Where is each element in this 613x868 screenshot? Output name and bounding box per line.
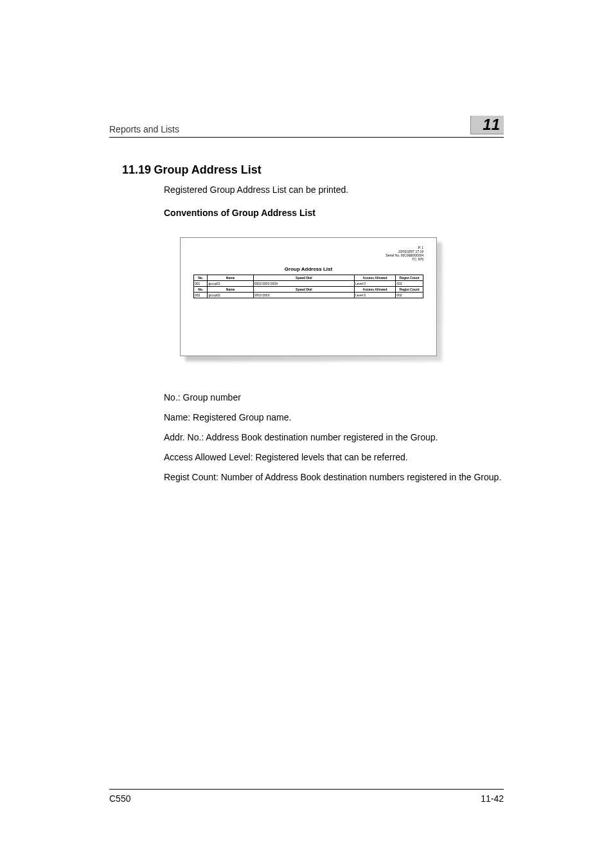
cell-speed: 0002 0003 0004 xyxy=(253,281,354,287)
body: Registered Group Address List can be pri… xyxy=(164,185,504,218)
col-access: Access Allowed xyxy=(354,275,395,281)
footer-right: 11-42 xyxy=(481,793,504,804)
cell-name: group02 xyxy=(208,293,253,298)
col-name: Name xyxy=(208,287,253,293)
definition-regist: Regist Count: Number of Address Book des… xyxy=(164,471,504,484)
cell-no: 001 xyxy=(194,281,208,287)
figure-container: P. 1 23/02/2007 17:19 Serial No. 00C0EE0… xyxy=(180,237,443,356)
page: Reports and Lists 11 11.19 Group Address… xyxy=(0,0,613,868)
table-header-row: No. Name Speed Dial Access Allowed Regis… xyxy=(194,287,423,293)
section-title: Group Address List xyxy=(154,163,262,176)
col-name: Name xyxy=(208,275,253,281)
figure-title: Group Address List xyxy=(193,266,423,272)
definitions-block: No.: Group number Name: Registered Group… xyxy=(164,392,504,483)
footer-left: C550 xyxy=(109,793,130,804)
report-table: No. Name Speed Dial Access Allowed Regis… xyxy=(193,275,423,298)
cell-access: Level 0 xyxy=(354,293,395,298)
definition-access: Access Allowed Level: Registered levels … xyxy=(164,451,504,464)
cell-access: Level 0 xyxy=(354,281,395,287)
table-row: 001 group01 0002 0003 0004 Level 0 003 xyxy=(194,281,423,287)
page-header: Reports and Lists 11 xyxy=(109,116,504,138)
definition-addrno: Addr. No.: Address Book destination numb… xyxy=(164,431,504,444)
col-access: Access Allowed xyxy=(354,287,395,293)
col-speed: Speed Dial xyxy=(253,275,354,281)
figure-meta: P. 1 23/02/2007 17:19 Serial No. 00C0EE0… xyxy=(193,246,423,261)
sample-report-figure: P. 1 23/02/2007 17:19 Serial No. 00C0EE0… xyxy=(180,237,437,356)
col-speed: Speed Dial xyxy=(253,287,354,293)
page-footer: C550 11-42 xyxy=(109,789,504,804)
table-header-row: No. Name Speed Dial Access Allowed Regis… xyxy=(194,275,423,281)
definition-no: No.: Group number xyxy=(164,392,504,404)
section-number: 11.19 xyxy=(122,163,151,176)
figure-meta-tc: TC: 976 xyxy=(193,257,423,261)
cell-name: group01 xyxy=(208,281,253,287)
cell-speed: 0002 0003 xyxy=(253,293,354,298)
cell-no: 002 xyxy=(194,293,208,298)
table-row: 002 group02 0002 0003 Level 0 002 xyxy=(194,293,423,298)
col-no: No. xyxy=(194,287,208,293)
section-heading: 11.19 Group Address List xyxy=(122,163,504,177)
col-regist: Regist Count xyxy=(396,287,423,293)
definition-name: Name: Registered Group name. xyxy=(164,411,504,424)
cell-regist: 003 xyxy=(396,281,423,287)
chapter-number-badge: 11 xyxy=(470,116,504,134)
col-no: No. xyxy=(194,275,208,281)
cell-regist: 002 xyxy=(396,293,423,298)
header-left-text: Reports and Lists xyxy=(109,124,179,134)
col-regist: Regist Count xyxy=(396,275,423,281)
intro-paragraph: Registered Group Address List can be pri… xyxy=(164,185,504,195)
subheading: Conventions of Group Address List xyxy=(164,208,504,218)
